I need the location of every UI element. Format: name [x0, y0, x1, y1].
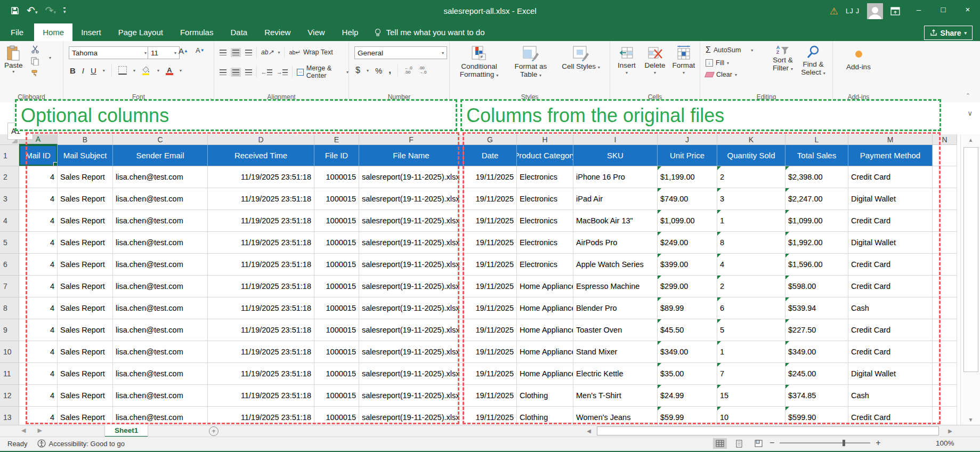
header-cell-I1[interactable]: SKU: [573, 145, 658, 166]
close-button[interactable]: ×: [955, 0, 980, 18]
column-header-K[interactable]: K: [717, 134, 785, 145]
cell-D9[interactable]: 11/19/2025 23:51:18: [208, 319, 314, 341]
cell-A9[interactable]: 4: [19, 319, 58, 341]
row-header-4[interactable]: 4: [0, 210, 19, 232]
cell-C5[interactable]: lisa.chen@test.com: [113, 232, 208, 254]
column-header-M[interactable]: M: [848, 134, 933, 145]
ribbon-display-options-icon[interactable]: [890, 7, 900, 15]
cell-L3[interactable]: $2,247.00: [785, 188, 848, 210]
column-header-L[interactable]: L: [785, 134, 848, 145]
cell-F5[interactable]: salesreport(19-11-2025).xlsx: [359, 232, 464, 254]
cell-N5[interactable]: [933, 232, 957, 254]
redo-button[interactable]: ↷▾: [45, 4, 55, 17]
column-header-B[interactable]: B: [58, 134, 113, 145]
cell-G6[interactable]: 19/11/2025: [464, 254, 517, 276]
cell-M12[interactable]: Cash: [848, 385, 933, 407]
format-as-table-button[interactable]: Format as Table ▾: [506, 42, 555, 90]
tab-view[interactable]: View: [299, 23, 333, 41]
align-top-icon[interactable]: [220, 50, 226, 55]
normal-view-button[interactable]: [713, 438, 727, 449]
cell-K11[interactable]: 7: [717, 363, 785, 385]
cell-K8[interactable]: 6: [717, 297, 785, 319]
cell-H2[interactable]: Electronics: [517, 166, 573, 188]
row-header-5[interactable]: 5: [0, 232, 19, 254]
header-cell-H1[interactable]: Product Category: [517, 145, 573, 166]
cell-H5[interactable]: Electronics: [517, 232, 573, 254]
comma-style-icon[interactable]: ,: [388, 65, 391, 76]
minimize-button[interactable]: –: [906, 0, 931, 18]
cell-H13[interactable]: Clothing: [517, 407, 573, 425]
cell-N3[interactable]: [933, 188, 957, 210]
cell-L4[interactable]: $1,099.00: [785, 210, 848, 232]
cell-B7[interactable]: Sales Report: [58, 276, 113, 297]
row-header-1[interactable]: 1: [0, 145, 19, 166]
cell-D8[interactable]: 11/19/2025 23:51:18: [208, 297, 314, 319]
cell-A13[interactable]: 4: [19, 407, 58, 425]
cell-J13[interactable]: $59.99: [658, 407, 717, 425]
cell-B6[interactable]: Sales Report: [58, 254, 113, 276]
cell-B5[interactable]: Sales Report: [58, 232, 113, 254]
cell-F13[interactable]: salesreport(19-11-2025).xlsx: [359, 407, 464, 425]
cell-M10[interactable]: Credit Card: [848, 341, 933, 363]
cell-I10[interactable]: Stand Mixer: [573, 341, 658, 363]
underline-dropdown[interactable]: ▾: [103, 68, 105, 73]
increase-font-icon[interactable]: A▲: [179, 46, 188, 55]
cell-L13[interactable]: $599.90: [785, 407, 848, 425]
cell-D11[interactable]: 11/19/2025 23:51:18: [208, 363, 314, 385]
cell-D3[interactable]: 11/19/2025 23:51:18: [208, 188, 314, 210]
cell-D6[interactable]: 11/19/2025 23:51:18: [208, 254, 314, 276]
sheet-tab-sheet1[interactable]: Sheet1: [104, 425, 148, 438]
cell-I6[interactable]: Apple Watch Series: [573, 254, 658, 276]
copy-dropdown[interactable]: ▾: [49, 55, 51, 60]
tab-help[interactable]: Help: [334, 23, 367, 41]
formula-bar-expand-icon[interactable]: ∨: [967, 109, 973, 117]
cell-M7[interactable]: Credit Card: [848, 276, 933, 297]
horizontal-scrollbar[interactable]: ◀ ▶: [584, 426, 955, 435]
paste-button[interactable]: Paste▾: [4, 45, 23, 74]
cell-I4[interactable]: MacBook Air 13": [573, 210, 658, 232]
sheet-nav-left-icon[interactable]: ◀: [21, 427, 26, 434]
customize-qat-icon[interactable]: ▾: [63, 7, 66, 14]
row-header-2[interactable]: 2: [0, 166, 19, 188]
avatar[interactable]: [867, 3, 883, 19]
align-bottom-icon[interactable]: [245, 50, 252, 55]
cell-G12[interactable]: 19/11/2025: [464, 385, 517, 407]
row-header-10[interactable]: 10: [0, 341, 19, 363]
cell-N1[interactable]: [933, 145, 957, 166]
cell-E10[interactable]: 1000015: [314, 341, 359, 363]
cell-B2[interactable]: Sales Report: [58, 166, 113, 188]
cell-D13[interactable]: 11/19/2025 23:51:18: [208, 407, 314, 425]
column-header-C[interactable]: C: [113, 134, 208, 145]
italic-button[interactable]: I: [82, 66, 84, 75]
cell-L8[interactable]: $539.94: [785, 297, 848, 319]
cell-L10[interactable]: $349.00: [785, 341, 848, 363]
zoom-percent[interactable]: 100%: [936, 439, 954, 447]
page-break-preview-button[interactable]: [751, 438, 765, 449]
cell-L6[interactable]: $1,596.00: [785, 254, 848, 276]
cell-F10[interactable]: salesreport(19-11-2025).xlsx: [359, 341, 464, 363]
cell-F2[interactable]: salesreport(19-11-2025).xlsx: [359, 166, 464, 188]
sort-filter-button[interactable]: AZ Sort & Filter ▾: [768, 42, 797, 90]
row-header-12[interactable]: 12: [0, 385, 19, 407]
header-cell-C1[interactable]: Sender Email: [113, 145, 208, 166]
cell-F3[interactable]: salesreport(19-11-2025).xlsx: [359, 188, 464, 210]
header-cell-F1[interactable]: File Name: [359, 145, 464, 166]
cell-C9[interactable]: lisa.chen@test.com: [113, 319, 208, 341]
cell-L5[interactable]: $1,992.00: [785, 232, 848, 254]
cell-C7[interactable]: lisa.chen@test.com: [113, 276, 208, 297]
fill-color-icon[interactable]: [142, 66, 151, 75]
borders-dropdown[interactable]: ▾: [133, 68, 135, 73]
cell-J8[interactable]: $89.99: [658, 297, 717, 319]
cell-H11[interactable]: Home Appliances: [517, 363, 573, 385]
align-left-icon[interactable]: [220, 69, 226, 75]
sheet-nav-right-icon[interactable]: ▶: [37, 427, 42, 434]
cell-I12[interactable]: Men's T-Shirt: [573, 385, 658, 407]
cell-C6[interactable]: lisa.chen@test.com: [113, 254, 208, 276]
row-header-6[interactable]: 6: [0, 254, 19, 276]
share-button[interactable]: Share ▾: [924, 26, 973, 40]
align-middle-icon[interactable]: [231, 48, 241, 57]
increase-indent-icon[interactable]: →: [277, 69, 288, 75]
cell-M9[interactable]: Credit Card: [848, 319, 933, 341]
cell-K9[interactable]: 5: [717, 319, 785, 341]
orientation-icon[interactable]: ab↗: [261, 49, 273, 56]
